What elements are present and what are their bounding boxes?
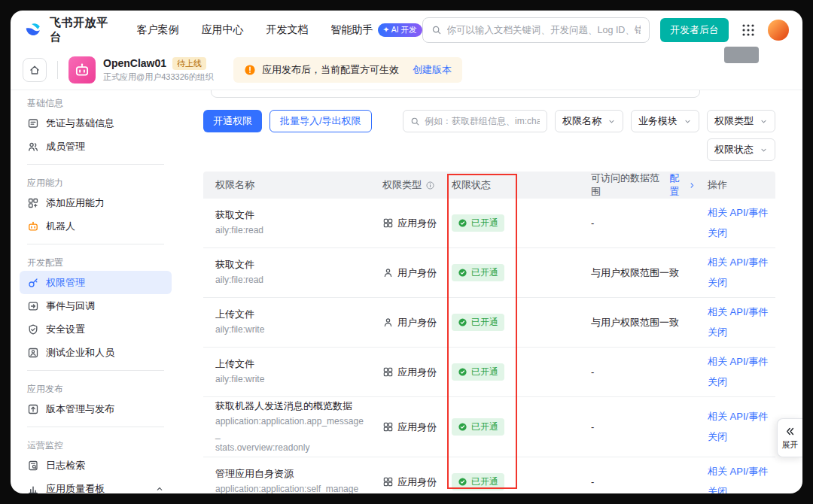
sidebar-item-label: 凭证与基础信息: [46, 117, 164, 130]
permission-search[interactable]: [403, 110, 547, 132]
close-permission-link[interactable]: 关闭: [708, 326, 775, 339]
close-permission-link[interactable]: 关闭: [708, 485, 775, 493]
scope-value: -: [591, 421, 594, 433]
status-badge: 已开通: [452, 363, 504, 381]
sidebar-item-label: 安全设置: [46, 323, 164, 336]
sidebar-item-members[interactable]: 成员管理: [20, 135, 172, 158]
home-icon: [29, 64, 41, 76]
sidebar-item-security-settings[interactable]: 安全设置: [20, 317, 172, 341]
user-identity-icon: [382, 317, 394, 328]
close-permission-link[interactable]: 关闭: [708, 375, 775, 389]
related-api-link[interactable]: 相关 API/事件: [708, 410, 775, 424]
scope-config-link[interactable]: 配置: [669, 172, 696, 199]
permission-name: 管理应用自身资源: [215, 467, 373, 481]
sidebar-item-test-company-users[interactable]: 测试企业和人员: [20, 341, 172, 364]
sidebar-item-version-release[interactable]: 版本管理与发布: [20, 397, 172, 421]
search-icon: [431, 25, 442, 35]
developer-console-button[interactable]: 开发者后台: [660, 18, 729, 42]
event-icon: [27, 300, 39, 312]
filter-permission-status[interactable]: 权限状态: [707, 138, 775, 161]
scope-cell: 与用户权限范围一致: [538, 316, 696, 329]
sidebar-section-title: 基础信息: [20, 90, 172, 111]
sidebar-divider: [27, 427, 164, 427]
robot-app-icon: [74, 62, 90, 78]
filter-label: 权限类型: [714, 114, 754, 128]
permission-search-input[interactable]: [425, 116, 540, 126]
permission-code: aily:file:write: [215, 373, 366, 386]
close-permission-link[interactable]: 关闭: [708, 276, 775, 290]
open-permission-button[interactable]: 开通权限: [203, 110, 262, 132]
header-permission-type: 权限类型: [373, 178, 452, 192]
table-row: 获取文件aily:file:read应用身份已开通-相关 API/事件关闭: [203, 199, 775, 248]
sidebar-item-credentials[interactable]: 凭证与基础信息: [20, 111, 172, 135]
identity-type-cell: 应用身份: [373, 217, 452, 230]
sidebar-section-title: 开发配置: [20, 250, 172, 271]
avatar[interactable]: [768, 20, 789, 41]
check-circle-icon: [458, 367, 467, 377]
topnav-menu: 客户案例应用中心开发文档智能助手✦ AI 开发: [137, 23, 422, 37]
related-api-link[interactable]: 相关 API/事件: [708, 355, 775, 369]
close-permission-link[interactable]: 关闭: [708, 430, 775, 444]
permission-code: application:application:self_manage: [215, 483, 366, 493]
sidebar-item-permissions[interactable]: 权限管理: [20, 271, 172, 294]
apps-grid-icon[interactable]: [741, 23, 756, 38]
filter-row-2: 权限状态: [203, 138, 775, 161]
filter-permission-type[interactable]: 权限类型: [707, 110, 775, 132]
filter-business-module[interactable]: 业务模块: [631, 110, 699, 132]
create-version-link[interactable]: 创建版本: [413, 63, 452, 77]
related-api-link[interactable]: 相关 API/事件: [708, 465, 775, 478]
app-name: OpenClaw01: [103, 57, 166, 69]
permissions-table: 权限名称 权限类型 权限状态 可访问的数据范围 配置: [203, 172, 775, 493]
scope-value: 与用户权限范围一致: [591, 266, 679, 280]
nav-item-label: 智能助手: [331, 23, 373, 37]
sidebar-item-label: 机器人: [46, 220, 164, 233]
actions-cell: 相关 API/事件关闭: [696, 410, 775, 444]
table-row: 上传文件aily:file:write用户身份已开通与用户权限范围一致相关 AP…: [203, 298, 775, 348]
permissions-page: 开通权限 批量导入/导出权限 权限名称业务模块权限类型 权限状态 权限名称: [203, 110, 775, 493]
layout: 基础信息凭证与基础信息成员管理应用能力添加应用能力机器人开发配置权限管理事件与回…: [11, 90, 802, 493]
nav-item-app-center[interactable]: 应用中心: [202, 23, 244, 37]
nav-item-dev-docs[interactable]: 开发文档: [266, 23, 309, 37]
sidebar-item-events-callbacks[interactable]: 事件与回调: [20, 294, 172, 317]
chevron-up-icon[interactable]: [155, 484, 164, 493]
credential-icon: [27, 117, 39, 129]
status-text: 已开通: [471, 266, 498, 279]
related-api-link[interactable]: 相关 API/事件: [708, 305, 775, 319]
batch-import-export-button[interactable]: 批量导入/导出权限: [269, 110, 372, 132]
filter-permission-name[interactable]: 权限名称: [555, 110, 623, 132]
sidebar-item-quality-dashboard[interactable]: 应用质量看板: [20, 477, 172, 493]
security-icon: [27, 323, 39, 335]
permission-icon: [27, 277, 39, 289]
toolbar: 开通权限 批量导入/导出权限 权限名称业务模块权限类型: [203, 110, 775, 132]
identity-type-label: 应用身份: [397, 421, 437, 434]
sidebar-item-bot[interactable]: 机器人: [20, 214, 172, 238]
app-identity-icon: [382, 421, 394, 433]
app-identity-icon: [382, 366, 394, 378]
actions-cell: 相关 API/事件关闭: [696, 206, 775, 240]
related-api-link[interactable]: 相关 API/事件: [708, 206, 775, 220]
close-permission-link[interactable]: 关闭: [708, 226, 775, 240]
status-cell: 已开通: [452, 418, 538, 436]
permission-name: 上传文件: [215, 357, 373, 371]
home-button[interactable]: [23, 58, 47, 82]
expand-panel-button[interactable]: 展开: [777, 418, 802, 457]
identity-type-cell: 应用身份: [373, 366, 452, 379]
identity-type-label: 应用身份: [397, 217, 437, 230]
sidebar-item-add-capability[interactable]: 添加应用能力: [20, 191, 172, 214]
permission-code: aily:file:read: [215, 224, 366, 237]
check-circle-icon: [458, 477, 467, 487]
actions-cell: 相关 API/事件关闭: [696, 305, 775, 339]
global-search[interactable]: [422, 17, 650, 43]
related-api-link[interactable]: 相关 API/事件: [708, 256, 775, 269]
global-search-input[interactable]: [447, 25, 641, 35]
filter-label: 业务模块: [638, 114, 678, 128]
chevron-down-icon: [607, 117, 616, 126]
sidebar-item-log-search[interactable]: 日志检索: [20, 454, 172, 477]
identity-type-cell: 应用身份: [373, 475, 452, 489]
nav-item-customer-cases[interactable]: 客户案例: [137, 23, 179, 37]
info-icon[interactable]: [425, 181, 435, 190]
check-circle-icon: [458, 317, 467, 327]
permission-name-cell: 获取机器人发送消息的概览数据application:application.ap…: [203, 399, 373, 454]
feishu-logo[interactable]: 飞书开放平台: [24, 16, 111, 44]
nav-item-ai-assistant[interactable]: 智能助手✦ AI 开发: [331, 23, 422, 37]
